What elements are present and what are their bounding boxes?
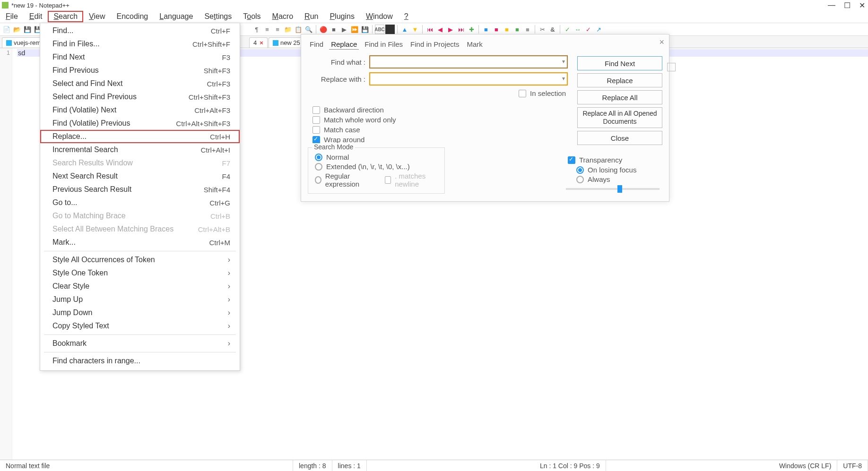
- menu-help[interactable]: ?: [399, 11, 414, 22]
- dtab-find-in-projects[interactable]: Find in Projects: [408, 39, 461, 50]
- tb-icon[interactable]: ✂: [538, 25, 547, 34]
- tb-icon[interactable]: ⏩: [350, 25, 359, 34]
- tb-icon[interactable]: ■: [512, 25, 522, 34]
- tb-icon[interactable]: ▶: [339, 25, 349, 34]
- radio-normal[interactable]: [315, 154, 322, 161]
- tb-icon[interactable]: ✚: [467, 25, 476, 34]
- find-next-button[interactable]: Find Next: [577, 56, 662, 70]
- tb-icon[interactable]: ↗: [594, 25, 603, 34]
- menu-file[interactable]: File: [0, 11, 24, 22]
- tb-icon[interactable]: ≡: [273, 25, 282, 34]
- tb-icon[interactable]: 📋: [294, 25, 303, 34]
- tb-icon[interactable]: 📁: [283, 25, 293, 34]
- tb-icon[interactable]: ■: [481, 25, 491, 34]
- close-icon[interactable]: ×: [260, 39, 263, 46]
- menu-style-all-occurrences[interactable]: Style All Occurrences of Token›: [40, 253, 240, 266]
- tb-icon[interactable]: ◀: [435, 25, 445, 34]
- tb-icon[interactable]: ■: [329, 25, 339, 34]
- wholeword-checkbox[interactable]: [312, 116, 320, 124]
- dtab-find-in-files[interactable]: Find in Files: [363, 39, 405, 50]
- menu-find-previous[interactable]: Find PreviousShift+F3: [40, 64, 240, 77]
- matches-newline-checkbox[interactable]: [385, 176, 391, 184]
- menu-bookmark[interactable]: Bookmark›: [40, 337, 240, 350]
- tb-spellcheck-icon[interactable]: ABC: [375, 25, 384, 34]
- menu-run[interactable]: Run: [299, 11, 324, 22]
- tb-icon[interactable]: ▶: [446, 25, 455, 34]
- menu-clear-style[interactable]: Clear Style›: [40, 280, 240, 293]
- backward-checkbox[interactable]: [312, 106, 320, 114]
- menu-jump-up[interactable]: Jump Up›: [40, 293, 240, 306]
- save-icon[interactable]: 💾: [23, 25, 32, 34]
- tb-icon[interactable]: ⏮: [425, 25, 434, 34]
- tab-vuejs[interactable]: vuejs-rem: [2, 37, 45, 48]
- close-button[interactable]: Close: [577, 131, 662, 145]
- close-icon[interactable]: ×: [659, 37, 664, 47]
- maximize-icon[interactable]: ☐: [844, 1, 851, 10]
- menu-jump-down[interactable]: Jump Down›: [40, 306, 240, 319]
- menu-find-volatile-next[interactable]: Find (Volatile) NextCtrl+Alt+F3: [40, 103, 240, 117]
- radio-on-losing-focus[interactable]: [576, 166, 584, 174]
- close-window-icon[interactable]: ✕: [859, 1, 865, 10]
- find-what-input[interactable]: ▾: [369, 55, 568, 69]
- tb-icon[interactable]: ■: [523, 25, 532, 34]
- menu-plugins[interactable]: Plugins: [324, 11, 360, 22]
- menu-find-chars-in-range[interactable]: Find characters in range...: [40, 354, 240, 368]
- menu-language[interactable]: Language: [154, 11, 199, 22]
- tb-icon[interactable]: ✓: [583, 25, 593, 34]
- menu-settings[interactable]: Settings: [199, 11, 237, 22]
- menu-replace[interactable]: Replace...Ctrl+H: [40, 130, 240, 143]
- menu-select-find-previous[interactable]: Select and Find PreviousCtrl+Shift+F3: [40, 90, 240, 103]
- menu-window[interactable]: Window: [360, 11, 399, 22]
- tb-icon[interactable]: ▲: [400, 25, 409, 34]
- tb-icon[interactable]: ¶: [252, 25, 261, 34]
- in-selection-checkbox[interactable]: [519, 90, 526, 97]
- dtab-find[interactable]: Find: [308, 39, 325, 50]
- menu-style-one-token[interactable]: Style One Token›: [40, 266, 240, 280]
- tab-4[interactable]: 4×: [249, 37, 268, 48]
- dtab-mark[interactable]: Mark: [465, 39, 484, 50]
- replace-all-opened-button[interactable]: Replace All in All Opened Documents: [577, 107, 662, 128]
- menu-tools[interactable]: Tools: [237, 11, 266, 22]
- wrap-checkbox[interactable]: [312, 136, 320, 144]
- tb-icon[interactable]: &: [548, 25, 557, 34]
- tb-icon[interactable]: ■: [492, 25, 501, 34]
- menu-encoding[interactable]: Encoding: [111, 11, 154, 22]
- tb-icon[interactable]: 🔴: [319, 25, 328, 34]
- tb-icon[interactable]: ⏭: [456, 25, 466, 34]
- open-icon[interactable]: 📂: [12, 25, 22, 34]
- tb-icon[interactable]: 💾: [360, 25, 370, 34]
- menu-find-next[interactable]: Find NextF3: [40, 51, 240, 64]
- radio-regex[interactable]: [315, 176, 321, 184]
- chevron-down-icon[interactable]: ▾: [562, 58, 565, 65]
- menu-find-volatile-previous[interactable]: Find (Volatile) PreviousCtrl+Alt+Shift+F…: [40, 117, 240, 130]
- menu-edit[interactable]: Edit: [24, 11, 48, 22]
- new-icon[interactable]: 📄: [2, 25, 11, 34]
- minimize-icon[interactable]: —: [828, 1, 835, 10]
- menu-search[interactable]: Search: [48, 11, 83, 22]
- dtab-replace[interactable]: Replace: [329, 39, 359, 50]
- replace-with-input[interactable]: ▾: [369, 72, 568, 86]
- tb-icon[interactable]: 🔍: [304, 25, 313, 34]
- menu-select-find-next[interactable]: Select and Find NextCtrl+F3: [40, 77, 240, 90]
- menu-mark[interactable]: Mark...Ctrl+M: [40, 236, 240, 249]
- tb-icon[interactable]: ■: [502, 25, 512, 34]
- menu-macro[interactable]: Macro: [267, 11, 299, 22]
- tb-icon[interactable]: ✓: [563, 25, 572, 34]
- menu-view[interactable]: View: [83, 11, 111, 22]
- chevron-down-icon[interactable]: ▾: [562, 75, 565, 82]
- transparency-checkbox[interactable]: [568, 156, 575, 164]
- menu-find-in-files[interactable]: Find in Files...Ctrl+Shift+F: [40, 37, 240, 51]
- menu-copy-styled-text[interactable]: Copy Styled Text›: [40, 319, 240, 333]
- tb-icon[interactable]: ▼: [410, 25, 420, 34]
- replace-all-button[interactable]: Replace All: [577, 90, 662, 104]
- menu-goto[interactable]: Go to...Ctrl+G: [40, 196, 240, 209]
- menu-previous-search-result[interactable]: Previous Search ResultShift+F4: [40, 183, 240, 196]
- tb-icon[interactable]: ↔: [573, 25, 582, 34]
- replace-button[interactable]: Replace: [577, 73, 662, 87]
- menu-incremental-search[interactable]: Incremental SearchCtrl+Alt+I: [40, 143, 240, 156]
- menu-next-search-result[interactable]: Next Search ResultF4: [40, 170, 240, 183]
- radio-always[interactable]: [576, 176, 584, 183]
- matchcase-checkbox[interactable]: [312, 126, 320, 134]
- tb-icon[interactable]: ≡: [262, 25, 272, 34]
- findnext-toggle[interactable]: [667, 63, 676, 71]
